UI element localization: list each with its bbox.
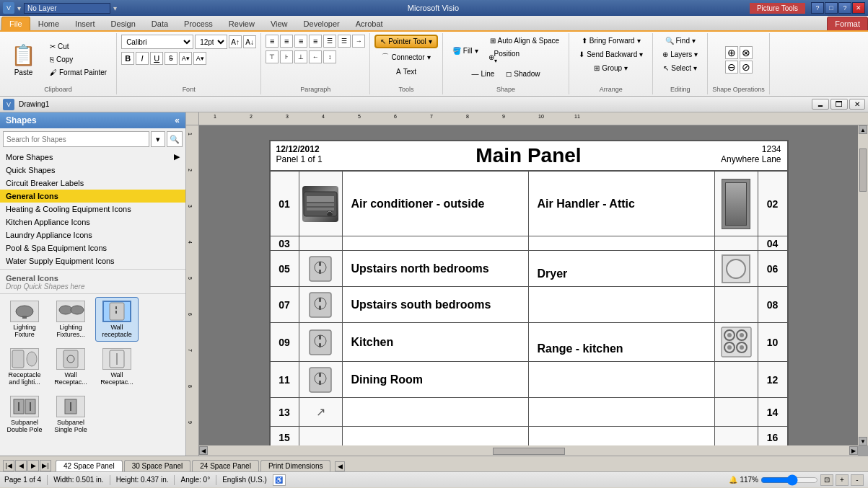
valign-bot-btn[interactable]: ⊥ bbox=[294, 50, 307, 63]
scroll-right-btn[interactable]: ▶ bbox=[849, 446, 858, 455]
valign-mid-btn[interactable]: ⊦ bbox=[280, 50, 293, 63]
horizontal-scrollbar[interactable]: ◀ ▶ bbox=[199, 445, 858, 456]
send-backward-button[interactable]: ⬇ Send Backward ▾ bbox=[574, 48, 648, 61]
tab-acrobat[interactable]: Acrobat bbox=[348, 17, 391, 30]
tab-24-space[interactable]: 24 Space Panel bbox=[192, 460, 259, 471]
menu-laundry-appliance[interactable]: Laundry Appliance Icons bbox=[0, 229, 185, 241]
font-family-select[interactable]: Calibri bbox=[121, 35, 193, 49]
zoom-out-btn[interactable]: - bbox=[851, 474, 864, 486]
scroll-left-btn[interactable]: ◀ bbox=[199, 446, 208, 455]
maximize-btn[interactable]: □ bbox=[825, 2, 838, 14]
align-justify-btn[interactable]: ≡ bbox=[309, 35, 322, 48]
shape-subpanel-single[interactable]: SubpanelSingle Pole bbox=[49, 392, 92, 437]
menu-heating-cooling[interactable]: Heating & Cooling Equipment Icons bbox=[0, 203, 185, 216]
title-dropdown[interactable]: ▾ bbox=[17, 4, 21, 12]
align-left-btn[interactable]: ≡ bbox=[266, 35, 279, 48]
menu-more-shapes[interactable]: More Shapes ▶ bbox=[0, 150, 185, 164]
help-btn[interactable]: ? bbox=[838, 2, 851, 14]
pointer-tool-button[interactable]: ↖ Pointer Tool ▾ bbox=[374, 35, 438, 48]
tab-review[interactable]: Review bbox=[221, 17, 263, 30]
tab-home[interactable]: Home bbox=[30, 17, 67, 30]
highlight-btn[interactable]: A▾ bbox=[193, 52, 206, 65]
window-close-btn[interactable]: ✕ bbox=[849, 99, 865, 110]
menu-general-icons[interactable]: General Icons bbox=[0, 190, 185, 203]
search-btn[interactable]: 🔍 bbox=[167, 131, 183, 147]
tab-format[interactable]: Format bbox=[827, 17, 868, 30]
drawing-canvas[interactable]: 12/12/2012 Panel 1 of 1 Main Panel 1234 … bbox=[199, 125, 858, 445]
tab-data[interactable]: Data bbox=[144, 17, 176, 30]
search-input[interactable] bbox=[3, 131, 149, 147]
fill-button[interactable]: 🪣 Fill ▾ bbox=[447, 35, 483, 66]
copy-button[interactable]: ⎘ Copy bbox=[45, 53, 112, 66]
menu-water-supply[interactable]: Water Supply Equipment Icons bbox=[0, 254, 185, 267]
tab-print-dimensions[interactable]: Print Dimensions bbox=[260, 460, 331, 471]
font-color-btn[interactable]: A▾ bbox=[179, 52, 192, 65]
scroll-thumb[interactable] bbox=[859, 148, 867, 192]
align-right-btn[interactable]: ≡ bbox=[294, 35, 307, 48]
tab-42-space[interactable]: 42 Space Panel bbox=[56, 460, 123, 471]
format-painter-button[interactable]: 🖌 Format Painter bbox=[45, 66, 112, 79]
collapse-btn[interactable]: « bbox=[175, 115, 180, 125]
tab-design[interactable]: Design bbox=[103, 17, 144, 30]
subtract-btn[interactable]: ⊖ bbox=[725, 61, 738, 74]
window-maximize-btn[interactable]: 🗖 bbox=[830, 99, 848, 110]
valign-top-btn[interactable]: ⊤ bbox=[266, 50, 279, 63]
group-button[interactable]: ⊞ Group ▾ bbox=[589, 62, 633, 74]
bold-btn[interactable]: B bbox=[121, 52, 134, 65]
number-list-btn[interactable]: ☰ bbox=[338, 35, 351, 48]
shadow-button[interactable]: ◻ Shadow bbox=[501, 68, 545, 80]
search-dropdown-btn[interactable]: ▾ bbox=[151, 131, 165, 147]
scroll-down-btn[interactable]: ▼ bbox=[859, 437, 867, 445]
connector-button[interactable]: ⌒ Connector ▾ bbox=[377, 50, 435, 64]
close-btn[interactable]: ✕ bbox=[852, 2, 865, 14]
decrease-indent-btn[interactable]: ← bbox=[309, 50, 322, 63]
spacing-btn[interactable]: ↕ bbox=[323, 50, 336, 63]
tab-insert[interactable]: Insert bbox=[67, 17, 103, 30]
tab-next-btn[interactable]: ▶ bbox=[27, 460, 39, 471]
layer-dropdown[interactable]: No Layer bbox=[24, 3, 110, 14]
menu-kitchen-appliance[interactable]: Kitchen Appliance Icons bbox=[0, 216, 185, 229]
strikethrough-btn[interactable]: S̶ bbox=[165, 52, 177, 65]
tab-last-btn[interactable]: ▶| bbox=[40, 460, 51, 471]
scroll-up-btn[interactable]: ▲ bbox=[859, 125, 867, 134]
tab-developer[interactable]: Developer bbox=[296, 17, 348, 30]
window-minimize-btn[interactable]: 🗕 bbox=[812, 99, 829, 110]
add-page-btn[interactable]: ◀ bbox=[335, 461, 345, 471]
tab-prev-btn[interactable]: ◀ bbox=[15, 460, 27, 471]
tab-process[interactable]: Process bbox=[176, 17, 221, 30]
increase-indent-btn[interactable]: → bbox=[352, 35, 365, 48]
shape-subpanel-double[interactable]: SubpanelDouble Pole bbox=[3, 392, 46, 437]
shape-receptacle-lighting[interactable]: Receptacleand lighti... bbox=[3, 345, 46, 389]
align-center-btn[interactable]: ≡ bbox=[280, 35, 293, 48]
minimize-btn[interactable]: ? bbox=[811, 2, 824, 14]
tab-30-space[interactable]: 30 Space Panel bbox=[124, 460, 191, 471]
menu-pool-spa[interactable]: Pool & Spa Equipment Icons bbox=[0, 241, 185, 254]
union-btn[interactable]: ⊕ bbox=[725, 46, 738, 59]
line-button[interactable]: — Line bbox=[466, 68, 499, 80]
shape-lighting-fixtures[interactable]: LightingFixtures... bbox=[49, 297, 92, 342]
tab-view[interactable]: View bbox=[263, 17, 296, 30]
zoom-slider[interactable] bbox=[760, 475, 818, 485]
underline-btn[interactable]: U bbox=[150, 52, 163, 65]
text-button[interactable]: A Text bbox=[391, 66, 421, 78]
vertical-scrollbar[interactable]: ▲ ▼ bbox=[858, 125, 868, 445]
cut-button[interactable]: ✂ Cut bbox=[45, 40, 112, 53]
paste-button[interactable]: 📋 Paste bbox=[4, 40, 43, 80]
italic-btn[interactable]: I bbox=[136, 52, 149, 65]
zoom-fit-btn[interactable]: ⊡ bbox=[820, 474, 833, 486]
menu-circuit-breaker[interactable]: Circuit Breaker Labels bbox=[0, 177, 185, 190]
auto-align-button[interactable]: ⊞ Auto Align & Space bbox=[485, 35, 565, 47]
tab-file[interactable]: File bbox=[1, 17, 30, 30]
font-increase-btn[interactable]: A↑ bbox=[229, 35, 242, 48]
intersect-btn[interactable]: ⊗ bbox=[740, 46, 753, 59]
zoom-in-btn[interactable]: + bbox=[836, 474, 849, 486]
bring-forward-button[interactable]: ⬆ Bring Forward ▾ bbox=[577, 35, 646, 47]
find-button[interactable]: 🔍 Find ▾ bbox=[660, 35, 701, 47]
shape-wall-receptacle2[interactable]: WallReceptac... bbox=[49, 345, 92, 389]
menu-quick-shapes[interactable]: Quick Shapes bbox=[0, 164, 185, 177]
select-button[interactable]: ↖ Select ▾ bbox=[658, 62, 702, 74]
font-decrease-btn[interactable]: A↓ bbox=[243, 35, 256, 48]
fragment-btn[interactable]: ⊘ bbox=[740, 61, 753, 74]
position-button[interactable]: ⊕ Position ▾ bbox=[485, 48, 565, 66]
tab-first-btn[interactable]: |◀ bbox=[3, 460, 14, 471]
